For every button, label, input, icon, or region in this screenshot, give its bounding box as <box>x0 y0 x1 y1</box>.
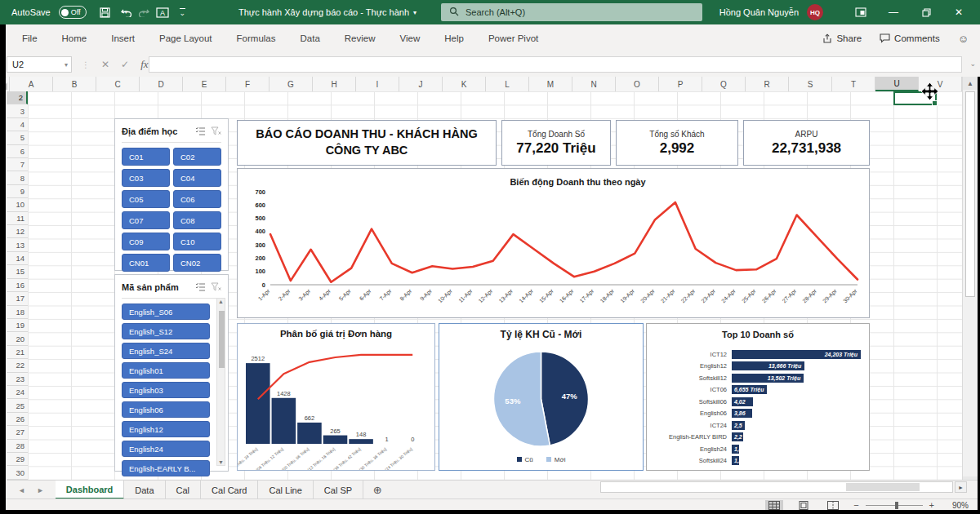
row-header-21[interactable]: 21 <box>7 346 28 359</box>
slicer-button-C10[interactable]: C10 <box>173 233 221 250</box>
feedback-smiley-icon[interactable]: ☺ <box>958 33 969 45</box>
horizontal-scroll-thumb[interactable] <box>846 483 920 491</box>
row-header-16[interactable]: 16 <box>7 279 28 292</box>
column-header-R[interactable]: R <box>746 77 789 91</box>
row-header-25[interactable]: 25 <box>7 399 28 412</box>
row-header-20[interactable]: 20 <box>7 332 28 345</box>
column-header-N[interactable]: N <box>572 77 616 91</box>
slicer-button-C07[interactable]: C07 <box>122 211 170 229</box>
page-layout-view-button[interactable] <box>795 500 813 511</box>
sheet-tab-dashboard[interactable]: Dashboard <box>56 481 124 499</box>
undo-button[interactable]: ▾ <box>121 7 128 17</box>
column-header-J[interactable]: J <box>399 77 443 91</box>
zoom-out-icon[interactable]: − <box>853 500 858 510</box>
row-header-24[interactable]: 24 <box>7 386 28 399</box>
row-headers[interactable]: 2345678910111213141516171819202122232425… <box>7 91 29 480</box>
row-header-26[interactable]: 26 <box>7 413 28 426</box>
column-header-P[interactable]: P <box>659 77 702 91</box>
row-header-27[interactable]: 27 <box>7 426 28 439</box>
slicer-button-C08[interactable]: C08 <box>173 211 221 229</box>
avatar[interactable]: HQ <box>807 4 823 20</box>
new-sheet-button[interactable]: ⊕ <box>363 481 391 499</box>
ribbon-tab-help[interactable]: Help <box>432 24 476 52</box>
slicer-button-English06[interactable]: English06 <box>122 401 210 418</box>
column-header-T[interactable]: T <box>832 77 875 91</box>
sheet-tab-cal-sp[interactable]: Cal SP <box>314 481 363 499</box>
document-title[interactable]: Thực hành Xây dựng báo cáo - Thực hành ▾ <box>238 0 416 24</box>
vertical-scroll-thumb[interactable] <box>965 91 975 297</box>
row-header-23[interactable]: 23 <box>7 373 28 386</box>
row-header-14[interactable]: 14 <box>7 252 28 265</box>
slicer-button-C02[interactable]: C02 <box>173 148 221 166</box>
sheet-tab-cal[interactable]: Cal <box>166 481 202 499</box>
sheet-tab-cal-line[interactable]: Cal Line <box>258 481 313 499</box>
close-button[interactable]: ✕ <box>942 0 975 24</box>
slicer-scrollbar-thumb[interactable] <box>219 311 225 368</box>
row-header-15[interactable]: 15 <box>7 265 28 278</box>
confirm-entry-icon[interactable]: ✓ <box>121 59 129 70</box>
row-header-8[interactable]: 8 <box>7 171 28 184</box>
horizontal-scrollbar[interactable] <box>600 481 953 493</box>
redo-button[interactable]: ▾ <box>138 7 145 17</box>
column-header-D[interactable]: D <box>140 77 183 91</box>
row-header-30[interactable]: 30 <box>7 466 28 479</box>
row-header-9[interactable]: 9 <box>7 185 28 198</box>
normal-view-button[interactable] <box>765 500 783 511</box>
clear-filter-icon[interactable] <box>211 280 221 295</box>
column-header-G[interactable]: G <box>270 77 313 91</box>
column-header-F[interactable]: F <box>226 77 270 91</box>
pie-chart-customer-ratio[interactable]: Tỷ lệ KH Cũ - Mới47%53%CũMới <box>439 323 644 471</box>
bar-chart-top10-revenue[interactable]: Top 10 Doanh sốICT1224,203 TriệuEnglish1… <box>646 323 870 471</box>
row-header-4[interactable]: 4 <box>7 118 28 131</box>
column-header-O[interactable]: O <box>616 77 659 91</box>
share-button[interactable]: Share <box>822 33 862 43</box>
insert-function-icon[interactable]: fx <box>140 58 148 71</box>
user-name[interactable]: Hồng Quân Nguyễn <box>719 7 799 17</box>
restore-button[interactable] <box>910 0 942 24</box>
column-header-K[interactable]: K <box>443 77 486 91</box>
sheet-nav-right-icon[interactable]: ► <box>37 486 44 494</box>
ribbon-tab-power-pivot[interactable]: Power Pivot <box>476 24 550 52</box>
ribbon-tab-file[interactable]: File <box>10 24 50 52</box>
sheet-tab-cal-card[interactable]: Cal Card <box>201 481 258 499</box>
formulabar-expand-icon[interactable]: ⌄ <box>969 60 976 68</box>
ribbon-tab-page-layout[interactable]: Page Layout <box>147 24 225 52</box>
row-header-6[interactable]: 6 <box>7 145 28 158</box>
ribbon-tab-formulas[interactable]: Formulas <box>225 24 288 52</box>
dock-window-icon[interactable] <box>844 0 877 24</box>
textbox-icon[interactable]: A <box>156 7 169 18</box>
column-header-H[interactable]: H <box>313 77 356 91</box>
column-header-S[interactable]: S <box>789 77 832 91</box>
column-header-U[interactable]: U <box>875 77 919 91</box>
multiselect-icon[interactable] <box>195 124 206 139</box>
column-header-I[interactable]: I <box>356 77 399 91</box>
slicer-button-English_S06[interactable]: English_S06 <box>122 304 210 320</box>
slicer-button-C03[interactable]: C03 <box>122 169 170 187</box>
column-header-B[interactable]: B <box>53 77 96 91</box>
slicer-button-English_S12[interactable]: English_S12 <box>122 323 210 339</box>
column-header-Q[interactable]: Q <box>702 77 746 91</box>
slicer-button-C05[interactable]: C05 <box>122 190 170 208</box>
slicer-button-English03[interactable]: English03 <box>122 382 210 398</box>
minimize-button[interactable]: — <box>877 0 910 24</box>
row-header-29[interactable]: 29 <box>7 453 28 466</box>
slicer-button-C06[interactable]: C06 <box>173 190 221 208</box>
qat-customize-icon[interactable]: ⌄ <box>180 8 186 16</box>
cancel-entry-icon[interactable]: ✕ <box>101 59 109 70</box>
row-header-19[interactable]: 19 <box>7 319 28 332</box>
name-box[interactable]: U2 ▾ <box>7 56 72 73</box>
row-header-17[interactable]: 17 <box>7 292 28 305</box>
clear-filter-icon[interactable] <box>211 124 221 139</box>
autosave-toggle[interactable]: Off <box>59 6 87 19</box>
slicer-button-CN02[interactable]: CN02 <box>173 254 221 272</box>
row-header-28[interactable]: 28 <box>7 440 28 453</box>
vertical-scrollbar[interactable]: ▲ ▼ <box>962 77 978 490</box>
scroll-right-icon[interactable]: ► <box>955 481 967 493</box>
column-header-L[interactable]: L <box>486 77 529 91</box>
column-header-C[interactable]: C <box>96 77 140 91</box>
zoom-level[interactable]: 90% <box>946 501 969 510</box>
slicer-button-CN01[interactable]: CN01 <box>122 254 170 272</box>
slicer-button-C04[interactable]: C04 <box>173 169 221 187</box>
column-header-M[interactable]: M <box>529 77 572 91</box>
slicer-button-English_S24[interactable]: English_S24 <box>122 343 210 359</box>
